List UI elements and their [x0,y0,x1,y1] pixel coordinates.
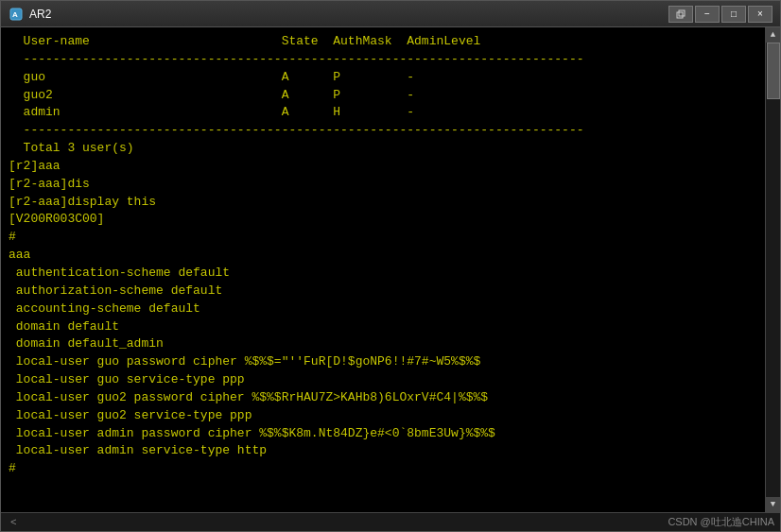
terminal-line: guo2 A P - [9,87,757,105]
scroll-up-arrow[interactable]: ▲ [766,27,781,43]
terminal-line: domain default [9,318,757,336]
left-arrow[interactable]: < [7,517,21,528]
terminal-line: # [9,229,757,247]
svg-text:A: A [12,10,18,19]
scroll-thumb[interactable] [767,43,780,99]
maximize-button[interactable]: □ [721,6,746,23]
terminal-line: [r2]aaa [9,158,757,176]
terminal-line: authentication-scheme default [9,265,757,283]
window-title: AR2 [29,8,668,21]
terminal-line: local-user guo2 password cipher %$%$RrHA… [9,389,757,407]
close-button[interactable]: × [748,6,772,23]
terminal-line: local-user guo service-type ppp [9,371,757,389]
terminal-line: [r2-aaa]dis [9,176,757,194]
main-window: A AR2 − □ × User-name State AuthMask Adm… [0,0,781,532]
restore-button[interactable] [668,6,693,23]
terminal-line: guo A P - [9,69,757,87]
terminal-line: aaa [9,247,757,265]
terminal-line: local-user guo2 service-type ppp [9,407,757,425]
terminal-line: local-user admin service-type http [9,442,757,460]
window-controls: − □ × [668,6,772,23]
terminal-line: domain default_admin [9,335,757,353]
scroll-down-arrow[interactable]: ▼ [766,497,781,512]
terminal-line: [r2-aaa]display this [9,194,757,212]
content-area: User-name State AuthMask AdminLevel ----… [1,27,780,512]
terminal-output[interactable]: User-name State AuthMask AdminLevel ----… [1,27,765,512]
svg-rect-2 [677,12,683,18]
watermark-text: CSDN @吐北迆CHINA [668,515,774,529]
svg-rect-3 [679,10,685,16]
scroll-track[interactable] [766,43,780,497]
title-bar: A AR2 − □ × [1,1,780,27]
terminal-line: # [9,460,757,478]
terminal-line: Total 3 user(s) [9,140,757,158]
terminal-line: User-name State AuthMask AdminLevel [9,33,757,51]
terminal-line: local-user guo password cipher %$%$="''F… [9,353,757,371]
terminal-line: ----------------------------------------… [9,122,757,140]
scrollbar[interactable]: ▲ ▼ [765,27,780,512]
terminal-line: accounting-scheme default [9,300,757,318]
terminal-line: authorization-scheme default [9,283,757,300]
terminal-line: admin A H - [9,104,757,122]
terminal-line: ----------------------------------------… [9,51,757,69]
bottom-bar: < CSDN @吐北迆CHINA [1,512,780,531]
app-icon: A [9,7,24,22]
minimize-button[interactable]: − [695,6,720,23]
terminal-line: [V200R003C00] [9,211,757,229]
terminal-line: local-user admin password cipher %$%$K8m… [9,425,757,443]
